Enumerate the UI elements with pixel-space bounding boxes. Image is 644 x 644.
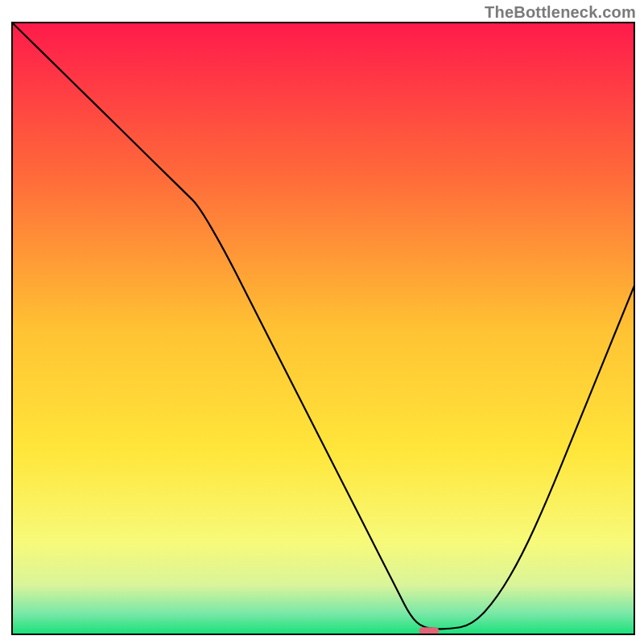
highlight-pill bbox=[419, 627, 440, 634]
chart-stage: TheBottleneck.com bbox=[0, 0, 644, 644]
watermark-text: TheBottleneck.com bbox=[485, 3, 636, 22]
bottleneck-chart bbox=[0, 0, 644, 644]
